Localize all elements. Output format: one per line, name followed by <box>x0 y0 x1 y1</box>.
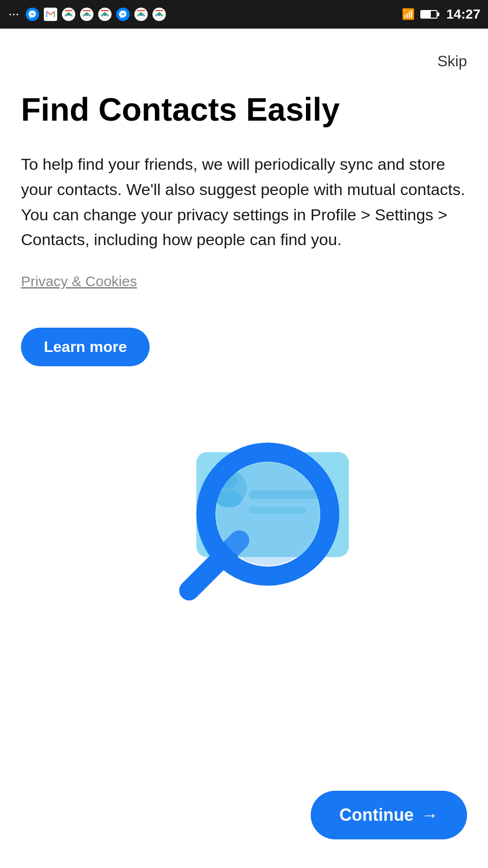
status-bar-left: ··· <box>8 8 166 21</box>
chrome1-icon <box>62 8 75 21</box>
chrome3-icon <box>98 8 112 21</box>
status-bar-right: 📶 14:27 <box>402 7 480 22</box>
main-content: Skip Find Contacts Easily To help find y… <box>0 29 488 786</box>
gmail-icon <box>44 8 57 21</box>
messenger-icon <box>26 8 39 21</box>
description-text: To help find your friends, we will perio… <box>21 152 467 252</box>
continue-label: Continue <box>339 805 414 825</box>
continue-arrow-icon: → <box>421 805 438 825</box>
overflow-icon: ··· <box>8 8 21 21</box>
illustration-container <box>21 404 467 643</box>
chrome5-icon <box>152 8 166 21</box>
battery-icon <box>420 10 437 19</box>
continue-button[interactable]: Continue → <box>311 791 467 839</box>
learn-more-button[interactable]: Learn more <box>21 328 150 366</box>
chrome2-icon <box>80 8 93 21</box>
page-title: Find Contacts Easily <box>21 91 467 128</box>
chrome4-icon <box>134 8 148 21</box>
svg-point-18 <box>216 463 319 566</box>
status-bar: ··· <box>0 0 488 29</box>
skip-button[interactable]: Skip <box>437 52 467 70</box>
messenger2-icon <box>116 8 130 21</box>
find-contacts-illustration <box>120 414 368 633</box>
time-display: 14:27 <box>446 7 480 22</box>
privacy-cookies-link[interactable]: Privacy & Cookies <box>21 273 137 289</box>
wifi-icon: 📶 <box>402 8 415 21</box>
